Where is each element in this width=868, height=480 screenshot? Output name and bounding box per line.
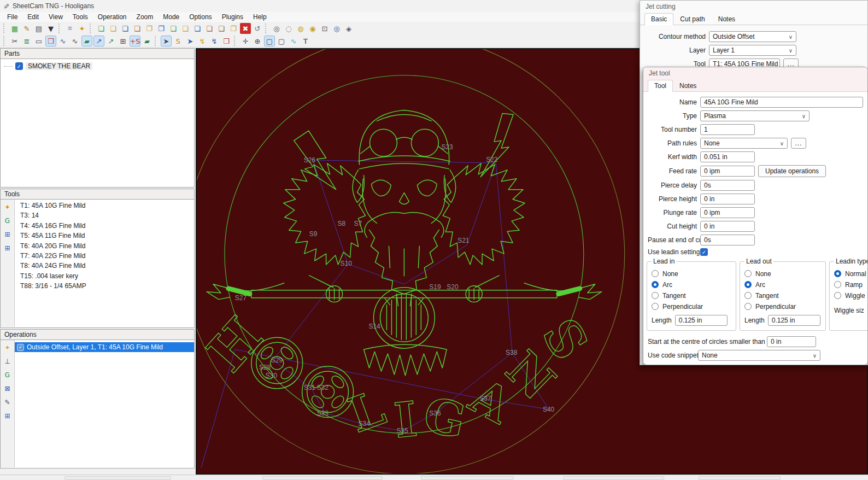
- code-snippet-select[interactable]: None ∨: [698, 350, 820, 361]
- menu-view[interactable]: View: [44, 13, 68, 21]
- radio-icon[interactable]: [744, 270, 752, 277]
- pierce-delay-input[interactable]: 0s: [700, 180, 755, 191]
- menu-options[interactable]: Options: [184, 13, 216, 21]
- save-file-icon[interactable]: ❏: [192, 23, 203, 34]
- tab-basic[interactable]: Basic: [644, 13, 673, 25]
- pan-icon[interactable]: ⊕: [252, 36, 263, 46]
- radio-icon[interactable]: [652, 292, 659, 299]
- undo-icon[interactable]: ↺: [252, 23, 263, 34]
- measure-icon[interactable]: ✂: [9, 36, 20, 46]
- contour-method-select[interactable]: Outside Offset∨: [709, 31, 796, 42]
- machine-bed-icon[interactable]: ⊞: [118, 36, 128, 46]
- layers-icon[interactable]: ≣: [21, 36, 32, 46]
- select-cursor-icon[interactable]: ➤: [161, 36, 172, 46]
- radio-icon[interactable]: [652, 281, 659, 288]
- contour-mode-icon[interactable]: ❒: [45, 36, 56, 46]
- select-area-icon[interactable]: ▢: [276, 36, 287, 46]
- add-part-icon[interactable]: ❏: [96, 23, 107, 34]
- radio-option-arc[interactable]: Arc: [744, 280, 821, 289]
- rule-select-icon[interactable]: ↯: [209, 36, 220, 46]
- tool-list-item[interactable]: T1: 45A 10G Fine Mild: [15, 201, 194, 210]
- radio-icon[interactable]: [744, 281, 752, 288]
- add-file-icon[interactable]: ❏: [168, 23, 179, 34]
- menu-edit[interactable]: Edit: [22, 13, 44, 21]
- menu-tools[interactable]: Tools: [68, 13, 93, 21]
- direction-arrow-icon[interactable]: ↗: [105, 36, 116, 46]
- radio-icon[interactable]: [744, 292, 752, 299]
- copy-folder-icon[interactable]: ❐: [156, 23, 167, 34]
- zoom-window-icon[interactable]: ⊡: [319, 23, 330, 34]
- contour-tool-icon[interactable]: ▰: [142, 36, 153, 46]
- radio-option-ramp[interactable]: Ramp: [834, 280, 868, 289]
- contour-select-icon[interactable]: ❒: [221, 36, 232, 46]
- zoom-pointer-icon[interactable]: ◎: [271, 23, 282, 34]
- tool-list-item[interactable]: T7: 40A 22G Fine Mild: [15, 251, 194, 261]
- plunge-rate-input[interactable]: 0 ipm: [700, 207, 755, 218]
- radio-option-wiggle[interactable]: Wiggle: [834, 291, 868, 300]
- marquee-icon[interactable]: ▢: [264, 36, 275, 46]
- kerf-width-input[interactable]: 0.051 in: [700, 151, 755, 162]
- open-folder-icon[interactable]: ❐: [144, 23, 155, 34]
- tool-table-icon[interactable]: ⊞: [3, 230, 13, 239]
- radio-icon[interactable]: [744, 303, 752, 310]
- circle-start-input[interactable]: 0 in: [767, 336, 816, 347]
- edit-file-icon[interactable]: ❏: [204, 23, 215, 34]
- tab-cut-path[interactable]: Cut path: [673, 13, 711, 25]
- name-input[interactable]: 45A 10G Fine Mild: [700, 97, 863, 108]
- lead-out-length-input[interactable]: 0.125 in: [768, 315, 820, 326]
- operation-table-icon[interactable]: ⊞: [3, 411, 13, 421]
- radio-option-tangent[interactable]: Tangent: [744, 291, 821, 300]
- add-tool-icon[interactable]: ✦: [3, 202, 13, 212]
- tool-list-item[interactable]: T88: 3/16 - 1/4 65AMP: [15, 281, 194, 291]
- start-points-icon[interactable]: +S: [130, 36, 140, 46]
- edit-job-icon[interactable]: ✎: [21, 23, 32, 34]
- tool-number-input[interactable]: 1: [700, 124, 755, 135]
- tool-list-item[interactable]: T3: 14: [15, 210, 194, 220]
- pause-at-end-of-cut-input[interactable]: 0s: [700, 235, 755, 245]
- path-edit-icon[interactable]: ∿: [69, 36, 80, 46]
- path-rules-more-button[interactable]: ...: [791, 138, 806, 149]
- use-leadin-settings-checkbox[interactable]: [700, 248, 708, 256]
- operation-checkbox[interactable]: [17, 344, 24, 351]
- part-tree-item[interactable]: SMOKEY THE BEAR: [1, 60, 194, 72]
- print-icon[interactable]: ▤: [33, 23, 44, 34]
- tool-tab-tool[interactable]: Tool: [648, 80, 673, 92]
- zoom-previous-icon[interactable]: ◎: [331, 23, 342, 34]
- operation-row[interactable]: Outside Offset, Layer 1, T1: 45A 10G Fin…: [15, 342, 194, 352]
- jog-icon[interactable]: ✛: [240, 36, 251, 46]
- update-operations-button[interactable]: Update operations: [758, 165, 826, 177]
- delete-operation-icon[interactable]: ⊠: [3, 384, 13, 394]
- edit-operation-icon[interactable]: ✎: [3, 397, 13, 407]
- calculator-icon[interactable]: ⌗: [64, 23, 75, 34]
- radio-option-perpendicular[interactable]: Perpendicular: [652, 302, 731, 311]
- word-letter-h[interactable]: H: [197, 305, 274, 383]
- select-start-icon[interactable]: S: [173, 36, 184, 46]
- radio-option-arc[interactable]: Arc: [652, 280, 731, 289]
- menu-file[interactable]: File: [2, 13, 22, 21]
- cut-height-input[interactable]: 0 in: [700, 221, 755, 232]
- toolbar-handle[interactable]: [3, 36, 6, 46]
- menu-mode[interactable]: Mode: [158, 13, 184, 21]
- radio-icon[interactable]: [834, 281, 841, 288]
- save-part-icon[interactable]: ❏: [120, 23, 131, 34]
- export-file-icon[interactable]: ❏: [216, 23, 227, 34]
- path-rules-select[interactable]: None∨: [700, 138, 788, 149]
- radio-option-perpendicular[interactable]: Perpendicular: [744, 302, 821, 311]
- menu-operation[interactable]: Operation: [93, 13, 132, 21]
- delete-icon[interactable]: ✖: [240, 23, 251, 34]
- tool-list-item[interactable]: T5: 45A 11G Fine Mild: [15, 231, 194, 241]
- radio-option-normal[interactable]: Normal: [834, 269, 868, 278]
- toolbar-handle[interactable]: [3, 24, 6, 33]
- node-edit-icon[interactable]: ∿: [57, 36, 68, 46]
- radio-icon[interactable]: [834, 270, 841, 277]
- tool-list-item[interactable]: T4: 45A 16G Fine Mild: [15, 221, 194, 231]
- radio-option-none[interactable]: None: [744, 269, 821, 278]
- tool-list-item[interactable]: T15: .004 laser kery: [15, 271, 194, 281]
- type-select[interactable]: Plasma∨: [700, 110, 810, 121]
- tab-notes[interactable]: Notes: [712, 13, 742, 25]
- lead-in-length-input[interactable]: 0.125 in: [675, 315, 728, 326]
- quick-select-icon[interactable]: ↯: [197, 36, 208, 46]
- snap-icon[interactable]: ∿: [288, 36, 299, 46]
- show-rapids-icon[interactable]: ↗: [93, 36, 104, 46]
- menu-zoom[interactable]: Zoom: [132, 13, 159, 21]
